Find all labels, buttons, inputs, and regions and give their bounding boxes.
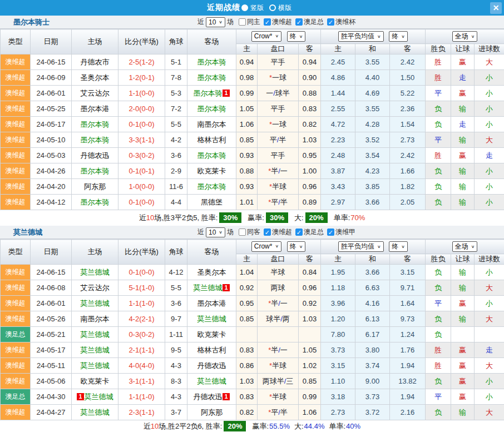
league-label: 澳维超 xyxy=(272,227,292,237)
chevron-down-icon: ∨ xyxy=(401,245,405,249)
handicap-cell: *半球 xyxy=(258,179,299,195)
result-cell: 负 xyxy=(426,311,451,327)
corners-cell: 11-6 xyxy=(165,179,187,195)
chevron-down-icon: ∨ xyxy=(219,20,223,24)
away-team-cell: 墨尔本港 xyxy=(187,296,236,311)
league-checkbox[interactable]: ✓ xyxy=(264,18,271,26)
away-odds-cell: 0.84 xyxy=(299,265,321,280)
home-team-cell: 丹德农迅 xyxy=(72,148,118,163)
col-header-corner: 角球 xyxy=(165,29,187,54)
league-checkbox[interactable]: ✓ xyxy=(264,229,271,236)
radio-vertical-label: 竖版 xyxy=(250,3,264,13)
radio-horizontal-layout[interactable]: 横版 xyxy=(269,3,291,13)
score-cell: 2-3(1-1) xyxy=(118,405,165,420)
home-team-cell: 1莫兰德城 xyxy=(72,389,118,405)
handicap-cell: *半/一 xyxy=(258,163,299,179)
date-cell: 24-05-17 xyxy=(31,342,72,358)
corners-cell: 3-6 xyxy=(165,148,187,163)
league-checkbox[interactable]: ✓ xyxy=(295,229,303,236)
col-header-odds-away: 客 xyxy=(299,44,321,54)
same-venue-checkbox[interactable]: ✓ xyxy=(239,18,246,26)
away-odds-cell xyxy=(299,327,321,342)
handicap-cell: *半/一 xyxy=(258,342,299,358)
summary-stat-label: 大: xyxy=(294,213,304,222)
handicap-result-cell: 输 xyxy=(451,132,475,148)
handicap-result-cell xyxy=(451,327,475,342)
away-team-cell: 格林古利 xyxy=(187,132,236,148)
red-card-badge: 1 xyxy=(77,393,83,400)
close-button[interactable]: ✕ xyxy=(490,2,502,14)
odds-company-select[interactable]: Crow*∨ xyxy=(251,241,281,252)
near-label: 近 xyxy=(197,17,204,27)
col-header-result: 胜负 xyxy=(426,254,451,265)
team-bar: 墨尔本骑士 近 10 ∨ 场 ✓ 同主 ✓ 澳维超 ✓ 澳足总 ✓ 澳维杯 xyxy=(0,16,504,29)
radio-unselected-icon xyxy=(269,4,276,11)
date-cell: 24-06-01 xyxy=(31,86,72,101)
home-team-cell: 莫兰德城 xyxy=(72,296,118,311)
summary-count: 10 xyxy=(146,213,154,222)
avg-time-select[interactable]: 终∨ xyxy=(389,31,408,42)
league-label: 澳维超 xyxy=(272,17,292,27)
league-checkbox[interactable]: ✓ xyxy=(327,229,334,236)
radio-vertical-layout[interactable]: 竖版 xyxy=(241,3,264,13)
match-row: 澳维超24-06-01艾云达尔1-1(0-0)5-3墨尔本骑10.99一/球半0… xyxy=(1,86,504,101)
scope-select[interactable]: 全场∨ xyxy=(452,241,478,252)
same-venue-label: 同客 xyxy=(247,227,260,237)
avg-lose-cell: 2.16 xyxy=(390,405,426,420)
avg-odds-select[interactable]: 胜平负均值∨ xyxy=(338,31,384,42)
corners-cell: 5-5 xyxy=(165,117,187,132)
away-team-cell: 墨尔本骑 xyxy=(187,54,236,70)
home-odds-cell: 0.99 xyxy=(236,86,258,101)
match-count-select[interactable]: 10 ∨ xyxy=(206,17,225,27)
away-odds-cell: 0.96 xyxy=(299,179,321,195)
date-cell: 24-05-26 xyxy=(31,311,72,327)
home-odds-cell xyxy=(236,327,258,342)
date-cell: 24-05-10 xyxy=(31,132,72,148)
odds-time-select[interactable]: 终∨ xyxy=(287,241,306,252)
avg-draw-cell: 3.55 xyxy=(355,101,390,117)
avg-win-cell: 4.72 xyxy=(321,117,355,132)
league-type-cell: 澳维超 xyxy=(1,132,31,148)
date-cell: 24-06-15 xyxy=(31,54,72,70)
date-cell: 24-06-08 xyxy=(31,280,72,296)
same-venue-checkbox[interactable]: ✓ xyxy=(239,229,246,236)
avg-draw-cell: 9.00 xyxy=(355,374,390,389)
col-header-odds-away: 客 xyxy=(299,254,321,265)
recent-results-dialog: 近期战绩 竖版 横版 ✕ 墨尔本骑士 近 10 ∨ 场 ✓ xyxy=(0,0,504,432)
col-header-home: 主场 xyxy=(72,29,118,54)
match-count-select[interactable]: 10 ∨ xyxy=(206,227,225,237)
odds-company-select[interactable]: Crow*∨ xyxy=(251,31,281,42)
home-team-cell: 艾云达尔 xyxy=(72,280,118,296)
handicap-cell: *半/一 xyxy=(258,296,299,311)
match-row: 澳维超24-06-08艾云达尔5-1(1-0)5-5莫兰德城10.92两球0.9… xyxy=(1,280,504,296)
avg-time-select[interactable]: 终∨ xyxy=(389,241,408,252)
away-odds-cell: 0.96 xyxy=(299,280,321,296)
league-checkbox[interactable]: ✓ xyxy=(295,18,303,26)
league-label: 澳足总 xyxy=(304,17,324,27)
handicap-result-cell: 输 xyxy=(451,311,475,327)
handicap-result-cell: 输 xyxy=(451,280,475,296)
handicap-cell: *一球 xyxy=(258,117,299,132)
goals-cell: 小 xyxy=(475,179,504,195)
handicap-cell: 平手 xyxy=(258,148,299,163)
avg-lose-cell: 2.42 xyxy=(390,148,426,163)
goals-cell: 大 xyxy=(475,54,504,70)
avg-odds-select[interactable]: 胜平负均值∨ xyxy=(338,241,384,252)
away-odds-cell: 1.00 xyxy=(299,163,321,179)
odds-time-select[interactable]: 终∨ xyxy=(287,31,306,42)
goals-cell: 小 xyxy=(475,101,504,117)
league-type-cell: 澳维超 xyxy=(1,86,31,101)
chevron-down-icon: ∨ xyxy=(299,34,303,39)
result-cell: 平 xyxy=(426,132,451,148)
away-odds-cell: 1.02 xyxy=(299,358,321,374)
avg-draw-cell: 3.66 xyxy=(355,195,390,210)
matches-table: 类型 日期 主场 比分(半场) 角球 客场 Crow*∨ 终∨ 胜平负均值∨ 终… xyxy=(0,29,504,210)
corners-cell: 4-4 xyxy=(165,195,187,210)
away-odds-cell: 0.83 xyxy=(299,101,321,117)
scope-select[interactable]: 全场∨ xyxy=(452,31,478,42)
league-checkbox[interactable]: ✓ xyxy=(327,18,334,26)
corners-cell: 7-8 xyxy=(165,70,187,86)
goals-cell: 大 xyxy=(475,358,504,374)
home-team-cell: 墨尔本骑 xyxy=(72,195,118,210)
chevron-down-icon: ∨ xyxy=(275,244,279,249)
